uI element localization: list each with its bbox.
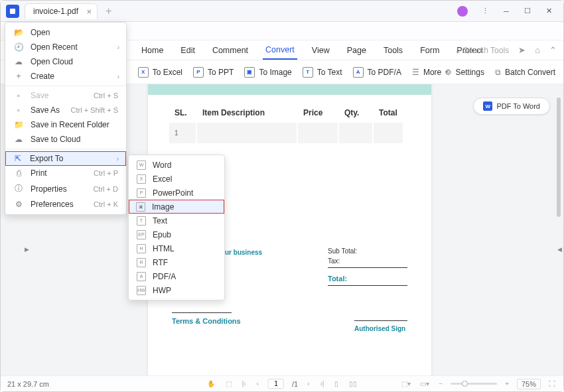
export-text[interactable]: TText bbox=[129, 214, 224, 228]
kebab-menu-icon[interactable]: ⋮ bbox=[476, 3, 494, 19]
app-window: invoice-1.pdf × + ⋮ ─ ☐ ✕ File ▫ ↶ ↷ ⎙ ▾… bbox=[0, 0, 564, 392]
menu-page[interactable]: Page bbox=[344, 42, 369, 59]
export-word[interactable]: WWord bbox=[129, 158, 224, 172]
ppt-icon: P bbox=[193, 67, 204, 78]
invoice-summary: Sub Total: Tax: Total: bbox=[328, 247, 407, 289]
export-image[interactable]: ▣Image bbox=[129, 200, 224, 214]
zoom-in-icon[interactable]: + bbox=[504, 380, 510, 387]
word-icon: W bbox=[483, 101, 492, 111]
cloud-up-icon: ☁ bbox=[13, 135, 24, 144]
gear-icon: ⚙ bbox=[13, 200, 24, 209]
col-qty: Qty. bbox=[339, 104, 372, 121]
home-icon[interactable]: ⌂ bbox=[535, 45, 540, 55]
file-save: ▫SaveCtrl + S bbox=[5, 88, 126, 103]
menu-form[interactable]: Form bbox=[417, 42, 442, 59]
export-icon: ⇱ bbox=[13, 154, 23, 163]
hwp-doc-icon: HW bbox=[137, 286, 146, 295]
col-total: Total bbox=[374, 104, 403, 121]
menu-home[interactable]: Home bbox=[139, 42, 166, 59]
single-page-icon[interactable]: ▯ bbox=[333, 380, 340, 387]
business-link: ur business bbox=[225, 249, 262, 256]
file-preferences[interactable]: ⚙PreferencesCtrl + K bbox=[5, 197, 126, 212]
zoom-slider[interactable] bbox=[451, 383, 497, 385]
file-export-to[interactable]: ⇱Export To› bbox=[5, 151, 126, 166]
file-open[interactable]: 📂Open bbox=[5, 25, 126, 40]
file-save-cloud[interactable]: ☁Save to Cloud bbox=[5, 132, 126, 147]
user-avatar-icon[interactable] bbox=[457, 6, 468, 17]
file-save-as[interactable]: ▫Save AsCtrl + Shift + S bbox=[5, 103, 126, 117]
html-doc-icon: H bbox=[137, 244, 146, 253]
export-rtf[interactable]: RRTF bbox=[129, 255, 224, 269]
hand-tool-icon[interactable]: ✋ bbox=[206, 380, 216, 387]
more-button[interactable]: ☰More▾ bbox=[412, 68, 448, 77]
last-page-icon[interactable]: ›| bbox=[318, 380, 325, 387]
zoom-percent: 75% bbox=[517, 379, 541, 389]
export-powerpoint[interactable]: PPowerPoint bbox=[129, 186, 224, 200]
image-icon: ▣ bbox=[244, 67, 255, 78]
pdf-to-word-float-button[interactable]: W PDF To Word bbox=[473, 98, 550, 115]
export-epub[interactable]: EPEpub bbox=[129, 228, 224, 241]
view-mode-icon[interactable]: ▭▾ bbox=[419, 380, 431, 387]
zoom-out-icon[interactable]: − bbox=[437, 380, 444, 387]
menu-view[interactable]: View bbox=[309, 42, 332, 59]
to-pdfa-button[interactable]: ATo PDF/A bbox=[353, 67, 401, 78]
first-page-icon[interactable]: |‹ bbox=[241, 380, 247, 387]
gear-icon: ⚙ bbox=[445, 68, 452, 77]
batch-convert-button[interactable]: ⧉Batch Convert bbox=[495, 68, 555, 77]
right-panel-handle[interactable]: ◀ bbox=[557, 246, 562, 253]
file-save-recent[interactable]: 📁Save in Recent Folder bbox=[5, 117, 126, 132]
clock-icon: 🕘 bbox=[13, 42, 24, 52]
page-number-input[interactable] bbox=[268, 379, 284, 389]
to-text-button[interactable]: TTo Text bbox=[303, 67, 342, 78]
search-tools-input[interactable]: ⌕ Search Tools bbox=[456, 46, 509, 55]
maximize-button[interactable]: ☐ bbox=[518, 3, 537, 19]
to-excel-button[interactable]: XTo Excel bbox=[138, 67, 182, 78]
prev-page-icon[interactable]: ‹ bbox=[255, 380, 260, 387]
ppt-doc-icon: P bbox=[137, 188, 146, 198]
settings-button[interactable]: ⚙Settings bbox=[445, 68, 484, 77]
col-desc: Item Description bbox=[197, 104, 297, 121]
page-header-band: Date / / bbox=[148, 84, 431, 95]
next-page-icon[interactable]: › bbox=[306, 380, 311, 387]
to-image-button[interactable]: ▣To Image bbox=[244, 67, 291, 78]
menu-comment[interactable]: Comment bbox=[210, 42, 251, 59]
export-hwp[interactable]: HWHWP bbox=[129, 283, 224, 297]
word-doc-icon: W bbox=[137, 161, 146, 170]
file-menu-dropdown: 📂Open 🕘Open Recent› ☁Open Cloud +Create›… bbox=[5, 22, 127, 215]
document-tab[interactable]: invoice-1.pdf × bbox=[25, 3, 98, 19]
left-panel-handle[interactable]: ▶ bbox=[25, 246, 29, 253]
to-ppt-button[interactable]: PTo PPT bbox=[193, 67, 234, 78]
file-create[interactable]: +Create› bbox=[5, 69, 126, 84]
excel-doc-icon: X bbox=[137, 174, 146, 184]
menu-edit[interactable]: Edit bbox=[178, 42, 198, 59]
search-icon: ⌕ bbox=[456, 46, 460, 55]
zoom-thumb[interactable] bbox=[462, 381, 468, 387]
menu-convert[interactable]: Convert bbox=[263, 41, 297, 60]
file-print[interactable]: ⎙PrintCtrl + P bbox=[5, 166, 126, 180]
total-label: Total: bbox=[328, 275, 407, 283]
info-icon: ⓘ bbox=[13, 183, 24, 194]
titlebar: invoice-1.pdf × + ⋮ ─ ☐ ✕ bbox=[1, 1, 563, 22]
epub-doc-icon: EP bbox=[137, 230, 146, 239]
menu-tools[interactable]: Tools bbox=[381, 42, 405, 59]
file-open-cloud[interactable]: ☁Open Cloud bbox=[5, 54, 126, 69]
close-window-button[interactable]: ✕ bbox=[539, 3, 558, 19]
fit-width-icon[interactable]: ⬚▾ bbox=[400, 380, 412, 387]
fullscreen-icon[interactable]: ⛶ bbox=[547, 380, 557, 387]
file-open-recent[interactable]: 🕘Open Recent› bbox=[5, 40, 126, 54]
expand-icon[interactable]: ⌃ bbox=[549, 45, 557, 55]
export-pdfa[interactable]: APDF/A bbox=[129, 269, 224, 283]
minimize-button[interactable]: ─ bbox=[497, 3, 516, 19]
close-tab-icon[interactable]: × bbox=[86, 7, 92, 17]
select-tool-icon[interactable]: ⬚ bbox=[224, 380, 233, 387]
app-logo-icon bbox=[6, 5, 19, 18]
folder-icon: 📁 bbox=[13, 120, 24, 129]
export-html[interactable]: HHTML bbox=[129, 241, 224, 255]
vertical-scrollbar[interactable] bbox=[557, 98, 561, 217]
two-page-icon[interactable]: ▯▯ bbox=[348, 380, 358, 387]
new-tab-button[interactable]: + bbox=[106, 5, 111, 17]
send-icon[interactable]: ➤ bbox=[518, 45, 526, 55]
text-icon: T bbox=[303, 67, 313, 78]
file-properties[interactable]: ⓘPropertiesCtrl + D bbox=[5, 180, 126, 197]
export-excel[interactable]: XExcel bbox=[129, 172, 224, 186]
